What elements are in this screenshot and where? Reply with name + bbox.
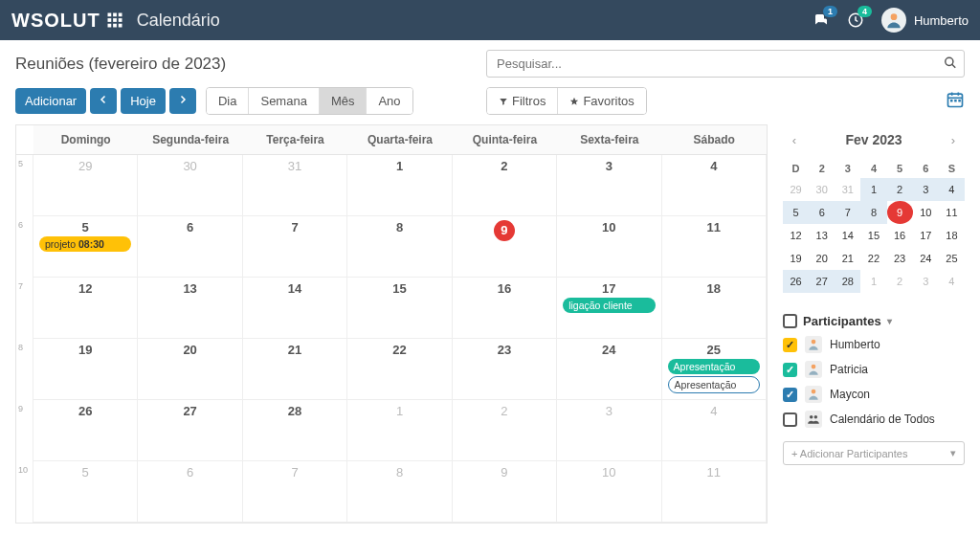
participant-checkbox[interactable] bbox=[783, 412, 797, 427]
today-button[interactable]: Hoje bbox=[121, 88, 166, 114]
calendar-toggle-icon[interactable] bbox=[946, 90, 965, 112]
calendar-cell[interactable]: 15 bbox=[347, 278, 452, 339]
calendar-cell[interactable]: 1 bbox=[347, 400, 452, 461]
next-button[interactable] bbox=[169, 88, 196, 114]
calendar-cell[interactable]: 16 bbox=[453, 278, 557, 339]
mini-day[interactable]: 16 bbox=[887, 224, 913, 247]
calendar-cell[interactable]: 30 bbox=[138, 155, 242, 216]
mini-next-icon[interactable]: › bbox=[942, 128, 965, 151]
mini-day[interactable]: 1 bbox=[860, 178, 886, 201]
mini-day[interactable]: 2 bbox=[887, 178, 913, 201]
calendar-cell[interactable]: 7 bbox=[243, 461, 347, 523]
participant-checkbox[interactable] bbox=[783, 388, 797, 402]
mini-day[interactable]: 18 bbox=[939, 224, 965, 247]
mini-day[interactable]: 4 bbox=[939, 178, 965, 201]
mini-day[interactable]: 7 bbox=[835, 201, 860, 224]
mini-day[interactable]: 31 bbox=[835, 178, 860, 201]
calendar-cell[interactable]: 19 bbox=[33, 339, 138, 400]
mini-day[interactable]: 2 bbox=[887, 270, 913, 293]
calendar-cell[interactable]: 9 bbox=[453, 461, 557, 523]
calendar-event[interactable]: ligação cliente bbox=[563, 298, 655, 313]
view-month[interactable]: Mês bbox=[320, 88, 368, 114]
calendar-cell[interactable]: 4 bbox=[662, 400, 767, 461]
calendar-cell[interactable]: 21 bbox=[243, 339, 347, 400]
calendar-cell[interactable]: 3 bbox=[557, 155, 661, 216]
filters-button[interactable]: Filtros bbox=[487, 88, 558, 114]
mini-day[interactable]: 12 bbox=[783, 224, 809, 247]
participant-checkbox[interactable] bbox=[783, 338, 797, 352]
mini-day[interactable]: 22 bbox=[860, 247, 886, 270]
mini-day[interactable]: 24 bbox=[913, 247, 939, 270]
mini-day[interactable]: 3 bbox=[913, 178, 939, 201]
brand-logo[interactable]: WSOLUT bbox=[11, 10, 123, 32]
calendar-cell[interactable]: 17ligação cliente bbox=[557, 278, 661, 339]
mini-day[interactable]: 15 bbox=[860, 224, 886, 247]
calendar-cell[interactable]: 11 bbox=[662, 461, 767, 523]
calendar-cell[interactable]: 14 bbox=[243, 278, 347, 339]
mini-day[interactable]: 17 bbox=[913, 224, 939, 247]
mini-day[interactable]: 9 bbox=[887, 201, 913, 224]
mini-day[interactable]: 28 bbox=[835, 270, 860, 293]
participants-toggle-all[interactable] bbox=[783, 314, 797, 328]
mini-day[interactable]: 5 bbox=[783, 201, 809, 224]
prev-button[interactable] bbox=[90, 88, 117, 114]
mini-day[interactable]: 1 bbox=[860, 270, 886, 293]
calendar-cell[interactable]: 6 bbox=[138, 216, 242, 278]
favorites-button[interactable]: Favoritos bbox=[558, 88, 645, 114]
calendar-cell[interactable]: 24 bbox=[557, 339, 661, 400]
mini-day[interactable]: 3 bbox=[913, 270, 939, 293]
mini-day[interactable]: 29 bbox=[783, 178, 809, 201]
calendar-cell[interactable]: 2 bbox=[453, 400, 557, 461]
mini-day[interactable]: 8 bbox=[860, 201, 886, 224]
calendar-cell[interactable]: 5projeto 08:30 bbox=[33, 216, 138, 278]
calendar-cell[interactable]: 2 bbox=[453, 155, 557, 216]
mini-day[interactable]: 25 bbox=[939, 247, 965, 270]
calendar-cell[interactable]: 8 bbox=[347, 216, 452, 278]
view-week[interactable]: Semana bbox=[249, 88, 319, 114]
calendar-cell[interactable]: 4 bbox=[662, 155, 767, 216]
calendar-cell[interactable]: 25ApresentaçãoApresentação bbox=[662, 339, 767, 400]
calendar-cell[interactable]: 7 bbox=[243, 216, 347, 278]
calendar-cell[interactable]: 22 bbox=[347, 339, 452, 400]
mini-day[interactable]: 26 bbox=[783, 270, 809, 293]
calendar-cell[interactable]: 8 bbox=[347, 461, 452, 523]
mini-day[interactable]: 30 bbox=[809, 178, 835, 201]
view-year[interactable]: Ano bbox=[367, 88, 412, 114]
activities-icon[interactable]: 4 bbox=[847, 11, 864, 29]
calendar-cell[interactable]: 26 bbox=[33, 400, 138, 461]
mini-day[interactable]: 11 bbox=[939, 201, 965, 224]
calendar-cell[interactable]: 27 bbox=[138, 400, 242, 461]
calendar-cell[interactable]: 29 bbox=[33, 155, 138, 216]
search-input[interactable] bbox=[486, 50, 965, 78]
mini-day[interactable]: 21 bbox=[835, 247, 860, 270]
mini-day[interactable]: 10 bbox=[913, 201, 939, 224]
calendar-event[interactable]: Apresentação bbox=[668, 376, 760, 393]
calendar-cell[interactable]: 10 bbox=[557, 216, 661, 278]
participant-item[interactable]: Humberto bbox=[783, 336, 965, 353]
calendar-cell[interactable]: 5 bbox=[33, 461, 138, 523]
participant-checkbox[interactable] bbox=[783, 363, 797, 377]
messages-icon[interactable]: 1 bbox=[813, 11, 830, 29]
calendar-cell[interactable]: 10 bbox=[557, 461, 661, 523]
user-menu[interactable]: Humberto bbox=[881, 8, 969, 33]
participant-item[interactable]: Patricia bbox=[783, 361, 965, 378]
calendar-cell[interactable]: 9 bbox=[453, 216, 557, 278]
calendar-event[interactable]: projeto 08:30 bbox=[39, 236, 131, 252]
calendar-cell[interactable]: 13 bbox=[138, 278, 242, 339]
calendar-cell[interactable]: 28 bbox=[243, 400, 347, 461]
add-participant-select[interactable]: + Adicionar Participantes ▾ bbox=[783, 441, 965, 465]
calendar-cell[interactable]: 20 bbox=[138, 339, 242, 400]
mini-day[interactable]: 23 bbox=[887, 247, 913, 270]
calendar-cell[interactable]: 6 bbox=[138, 461, 242, 523]
calendar-cell[interactable]: 3 bbox=[557, 400, 661, 461]
calendar-cell[interactable]: 11 bbox=[662, 216, 767, 278]
mini-day[interactable]: 13 bbox=[809, 224, 835, 247]
mini-day[interactable]: 19 bbox=[783, 247, 809, 270]
calendar-cell[interactable]: 18 bbox=[662, 278, 767, 339]
participant-item[interactable]: Calendário de Todos bbox=[783, 411, 965, 428]
calendar-event[interactable]: Apresentação bbox=[668, 359, 760, 374]
participants-header[interactable]: Participantes ▾ bbox=[783, 314, 965, 328]
app-title[interactable]: Calendário bbox=[137, 11, 220, 31]
mini-day[interactable]: 6 bbox=[809, 201, 835, 224]
mini-day[interactable]: 20 bbox=[809, 247, 835, 270]
